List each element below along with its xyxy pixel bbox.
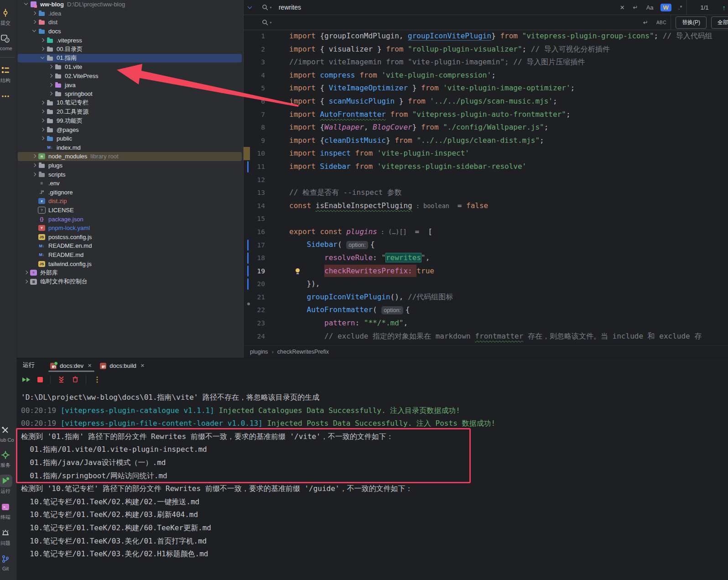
replace-all-button[interactable]: 全部替换 (711, 16, 728, 29)
chevron-right-icon[interactable] (39, 135, 46, 142)
chevron-right-icon[interactable] (23, 269, 30, 276)
tree-item-20._[interactable]: 20.工具资源 (18, 107, 242, 116)
code-line-7[interactable]: 7import AutoFrontmatter from "vitepress-… (244, 108, 728, 121)
tree-item-.env[interactable]: ≡.env (18, 179, 242, 188)
tree-item-index.md[interactable]: M↓index.md (18, 143, 242, 152)
close-tab-icon[interactable]: ✕ (88, 363, 92, 369)
breadcrumb-item[interactable]: checkRewritesPrefix (277, 349, 329, 355)
tree-item-_[interactable]: ≡外部库 (18, 268, 242, 277)
code-line-2[interactable]: 2import { visualizer } from "rollup-plug… (244, 43, 728, 56)
replace-icon[interactable]: ▼ (262, 19, 272, 26)
tree-item-plugs[interactable]: plugs (18, 161, 242, 170)
match-case-toggle[interactable]: Aa (646, 4, 654, 11)
tree-item-01._[interactable]: 01.指南 (18, 54, 242, 63)
tree-item-99._[interactable]: 99.功能页 (18, 116, 242, 125)
code-line-14[interactable]: 14const isEnableInspectPluging : boolean… (244, 199, 728, 213)
stripe-item-structure[interactable]: 结构 (0, 64, 16, 84)
chevron-right-icon[interactable] (39, 37, 46, 44)
previous-match-icon[interactable]: ↑ (723, 4, 726, 11)
code-line-17[interactable]: 17 Sidebar( option:{ (244, 239, 728, 252)
code-editor[interactable]: 1import {groupIconMdPlugin, groupIconVit… (244, 30, 728, 346)
tree-item-_[interactable]: ≣临时文件和控制台 (18, 277, 242, 286)
code-line-19[interactable]: 19 checkRewritesPrefix: true (244, 265, 728, 278)
search-icon[interactable]: ▼ (262, 4, 272, 10)
stripe-item-problems[interactable]: 问题 (0, 527, 16, 547)
tree-item-README.md[interactable]: M↓README.md (18, 251, 242, 260)
code-line-5[interactable]: 5import { ViteImageOptimizer } from 'vit… (244, 82, 728, 95)
code-line-1[interactable]: 1import {groupIconMdPlugin, groupIconVit… (244, 30, 728, 43)
tree-item-pnpm-lock.yaml[interactable]: Ypnpm-lock.yaml (18, 224, 242, 233)
more-options-icon[interactable]: ⋮ (94, 377, 101, 382)
search-input[interactable]: rewrites (279, 4, 301, 11)
run-tab-docs-build[interactable]: docs:build✕ (96, 362, 149, 372)
tree-item-postcss.config.js[interactable]: JSpostcss.config.js (18, 232, 242, 241)
code-line-13[interactable]: 13// 检查是否有 --inspect 参数 (244, 186, 728, 199)
tree-item-.gitignore[interactable]: .i*.gitignore (18, 188, 242, 197)
chevron-right-icon[interactable] (31, 171, 38, 178)
stop-button[interactable] (37, 377, 43, 382)
code-line-6[interactable]: 6import { scanMusicPlugin } from '../../… (244, 95, 728, 108)
code-line-10[interactable]: 10import inspect from 'vite-plugin-inspe… (244, 147, 728, 160)
chevron-right-icon[interactable] (23, 278, 30, 285)
tree-item-00._[interactable]: 00.目录页 (18, 45, 242, 54)
stripe-item-welcome[interactable]: ?lcome (0, 32, 16, 51)
code-line-12[interactable]: 12 (244, 173, 728, 187)
newline-replace-icon[interactable]: ↵ (643, 19, 648, 26)
tree-item-dist.zip[interactable]: zdist.zip (18, 197, 242, 206)
stripe-item-tools[interactable]: Hub Co (0, 424, 16, 443)
run-tab-docs-dev[interactable]: docs:dev✕ (47, 362, 96, 372)
whole-words-toggle[interactable]: W (660, 4, 671, 11)
chevron-down-icon[interactable] (31, 28, 38, 35)
tree-item-02.VitePress[interactable]: 02.VitePress (18, 72, 242, 81)
tree-item-dist[interactable]: dist (18, 18, 242, 27)
code-line-3[interactable]: 3//import viteImagemin from "vite-plugin… (244, 56, 728, 69)
chevron-down-icon[interactable] (23, 1, 30, 8)
chevron-right-icon[interactable] (39, 99, 46, 106)
regex-toggle[interactable]: .* (678, 4, 682, 11)
chevron-right-icon[interactable] (39, 126, 46, 133)
close-tab-icon[interactable]: ✕ (140, 363, 145, 369)
code-line-24[interactable]: 24 // exclude 指定的对象如果在 markdown frontmat… (244, 330, 728, 343)
chevron-right-icon[interactable] (39, 108, 46, 115)
tree-item-springboot[interactable]: springboot (18, 89, 242, 99)
tree-item-node_modules[interactable]: nnode_moduleslibrary root (18, 152, 242, 161)
chevron-right-icon[interactable] (47, 82, 54, 89)
tree-item-package.json[interactable]: {}package.json (18, 214, 242, 224)
preserve-case-toggle[interactable]: ABC (656, 20, 666, 25)
tree-item-10._[interactable]: 10.笔记专栏 (18, 99, 242, 108)
stripe-item-more[interactable] (0, 90, 16, 103)
code-line-11[interactable]: 11import Sidebar from 'vitepress-plugin-… (244, 160, 728, 173)
code-line-21[interactable]: 21 groupIconVitePlugin(), //代码组图标 (244, 291, 728, 304)
stripe-item-commit[interactable]: 提交 (0, 6, 16, 26)
chevron-right-icon[interactable] (39, 117, 46, 124)
stripe-item-terminal[interactable]: >_终端 (0, 501, 16, 521)
code-line-23[interactable]: 23 pattern: "**/*.md", (244, 317, 728, 330)
tree-item-.vitepress[interactable]: .vitepress (18, 36, 242, 45)
newline-icon[interactable]: ↵ (633, 4, 638, 11)
code-line-8[interactable]: 8import {Wallpaper, BlogCover} from "./c… (244, 121, 728, 134)
chevron-right-icon[interactable] (47, 63, 54, 70)
breadcrumb-item[interactable]: plugins (250, 349, 268, 355)
tree-item-java[interactable]: java (18, 80, 242, 89)
code-line-15[interactable]: 15 (244, 212, 728, 225)
stripe-item-git[interactable]: Git (0, 553, 16, 571)
clear-console-button[interactable] (72, 376, 78, 383)
tree-item-.idea[interactable]: .idea (18, 9, 242, 18)
chevron-right-icon[interactable] (39, 46, 46, 52)
tree-item-@pages[interactable]: @pages (18, 125, 242, 134)
tree-item-ww-blog[interactable]: ww-blogD:\DL\project\ww-blog (18, 0, 242, 9)
collapse-search-icon[interactable] (244, 6, 255, 8)
code-line-22[interactable]: 22 AutoFrontmatter( option:{ (244, 303, 728, 317)
intention-bulb-icon[interactable] (295, 268, 301, 274)
stripe-item-run[interactable]: 运行 (0, 475, 16, 495)
tree-item-scripts[interactable]: scripts (18, 170, 242, 179)
code-line-18[interactable]: 18 resolveRule: "rewrites", (244, 251, 728, 265)
chevron-right-icon[interactable] (31, 162, 38, 169)
stripe-item-services[interactable]: 服务 (0, 449, 16, 469)
code-line-4[interactable]: 4import compress from 'vite-plugin-compr… (244, 69, 728, 82)
tree-item-01.vite[interactable]: 01.vite (18, 63, 242, 72)
chevron-down-icon[interactable] (39, 55, 46, 62)
clear-search-icon[interactable]: ✕ (620, 4, 625, 11)
code-line-20[interactable]: 20 }), (244, 277, 728, 291)
tree-item-tailwind.config.js[interactable]: JStailwind.config.js (18, 259, 242, 268)
